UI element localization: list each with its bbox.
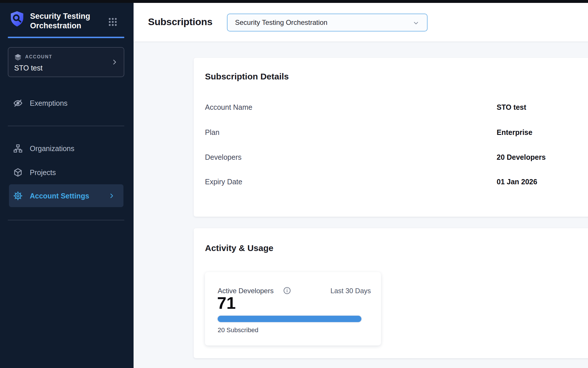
stat-period: Last 30 Days <box>330 287 371 295</box>
detail-label: Expiry Date <box>205 178 242 186</box>
stat-header: Active Developers Last 30 Days <box>218 287 371 295</box>
org-chart-icon <box>13 144 23 153</box>
card-title: Activity & Usage <box>205 243 273 253</box>
module-select-value: Security Testing Orchestration <box>235 18 328 27</box>
chevron-down-icon <box>413 20 419 27</box>
app-title: Security Testing Orchestration <box>30 12 102 31</box>
detail-value: Enterprise <box>497 128 532 137</box>
sidebar-item-label: Projects <box>30 168 56 176</box>
sidebar-item-exemptions[interactable]: Exemptions <box>9 94 123 112</box>
sidebar-item-account-settings[interactable]: Account Settings <box>9 184 123 207</box>
activity-usage-card: Activity & Usage Active Developers Last … <box>194 228 588 358</box>
stat-footer: 20 Subscribed <box>218 326 258 334</box>
sidebar-item-organizations[interactable]: Organizations <box>9 140 123 157</box>
subscription-details-card: Subscription Details Account Name STO te… <box>194 58 588 217</box>
detail-row: Account Name STO test <box>205 103 587 111</box>
chevron-right-icon <box>111 59 118 66</box>
eye-off-icon <box>13 98 23 108</box>
info-icon[interactable] <box>283 287 291 295</box>
sidebar-item-projects[interactable]: Projects <box>9 164 123 181</box>
detail-value: STO test <box>497 103 526 111</box>
chevron-right-icon <box>108 193 115 199</box>
sidebar-item-label: Organizations <box>30 144 74 153</box>
account-scope-card[interactable]: ACCOUNT STO test <box>8 47 124 77</box>
cube-icon <box>13 168 23 177</box>
page-title: Subscriptions <box>148 16 212 27</box>
active-developers-stat-card: Active Developers Last 30 Days 71 20 Sub… <box>205 272 381 345</box>
sidebar-divider <box>8 220 124 220</box>
layers-icon <box>14 53 22 61</box>
detail-value: 20 Developers <box>497 153 546 161</box>
sidebar: Security Testing Orchestration ACCOUNT S… <box>0 3 134 368</box>
detail-value: 01 Jan 2026 <box>497 178 537 186</box>
sidebar-divider <box>8 126 124 126</box>
progress-bar-track <box>217 315 362 323</box>
sidebar-item-label: Exemptions <box>30 99 68 107</box>
shield-search-icon <box>8 10 26 28</box>
gear-icon <box>13 191 23 201</box>
page-header: Subscriptions Security Testing Orchestra… <box>134 3 588 42</box>
detail-row: Developers 20 Developers <box>205 153 587 161</box>
detail-row: Expiry Date 01 Jan 2026 <box>205 178 587 186</box>
brand-underline <box>8 37 124 38</box>
grid-menu-icon[interactable] <box>108 17 118 27</box>
card-title: Subscription Details <box>205 72 289 81</box>
progress-fill <box>218 316 361 322</box>
window-top-strip <box>0 0 588 3</box>
stat-value: 71 <box>217 294 236 312</box>
page: Security Testing Orchestration ACCOUNT S… <box>0 0 588 368</box>
account-scope-label: ACCOUNT <box>25 54 52 60</box>
detail-label: Developers <box>205 153 241 161</box>
module-select-dropdown[interactable]: Security Testing Orchestration <box>227 14 428 31</box>
account-name: STO test <box>14 64 42 72</box>
detail-row: Plan Enterprise <box>205 128 587 136</box>
detail-label: Plan <box>205 128 219 137</box>
sidebar-item-label: Account Settings <box>30 192 89 200</box>
detail-label: Account Name <box>205 103 252 111</box>
